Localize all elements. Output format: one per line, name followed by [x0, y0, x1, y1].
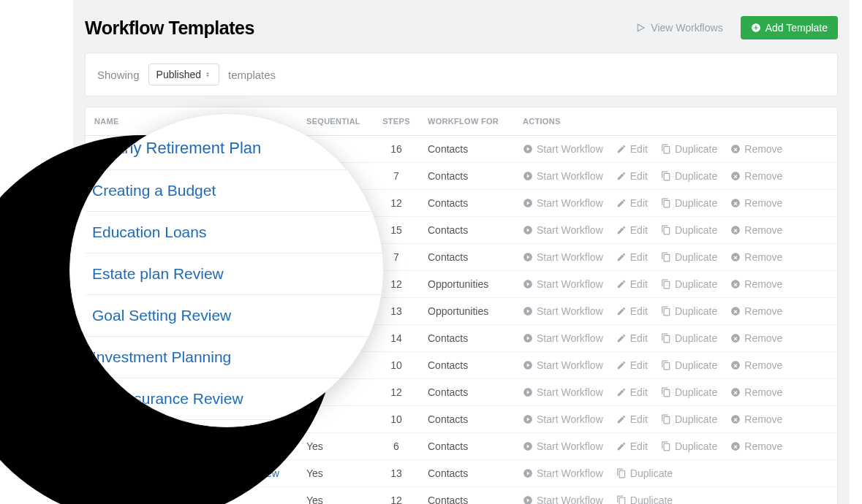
duplicate-action[interactable]: Duplicate — [616, 495, 673, 504]
edit-action[interactable]: Edit — [616, 440, 648, 452]
edit-action[interactable]: Edit — [616, 332, 648, 344]
edit-action[interactable]: Edit — [616, 143, 648, 155]
magnified-template-link[interactable]: Creating a Budget — [86, 170, 383, 212]
steps-cell: 14 — [374, 325, 419, 352]
page-title: Workflow Templates — [85, 18, 254, 39]
edit-action[interactable]: Edit — [616, 251, 648, 263]
magnified-template-link[interactable]: Goal Setting Review — [86, 295, 383, 337]
edit-action-label: Edit — [630, 305, 648, 317]
workflow-for-cell: Opportunities — [419, 271, 514, 298]
view-workflows-label: View Workflows — [651, 22, 722, 34]
duplicate-action-icon — [661, 279, 671, 289]
edit-action[interactable]: Edit — [616, 170, 648, 182]
duplicate-action[interactable]: Duplicate — [616, 467, 673, 479]
magnified-template-link[interactable]: Investment Planning — [86, 337, 383, 378]
workflow-for-cell: Contacts — [419, 433, 514, 460]
start-workflow-action[interactable]: Start Workflow — [523, 359, 603, 371]
start-workflow-action-label: Start Workflow — [537, 386, 603, 398]
start-workflow-action[interactable]: Start Workflow — [523, 224, 603, 236]
duplicate-action[interactable]: Duplicate — [661, 143, 717, 155]
duplicate-action-label: Duplicate — [630, 467, 673, 479]
remove-action[interactable]: Remove — [730, 197, 782, 209]
start-workflow-action[interactable]: Start Workflow — [523, 495, 603, 504]
duplicate-action[interactable]: Duplicate — [661, 386, 717, 398]
remove-action[interactable]: Remove — [730, 305, 782, 317]
start-workflow-action-label: Start Workflow — [537, 440, 603, 452]
edit-action-icon — [616, 360, 627, 370]
edit-action[interactable]: Edit — [616, 224, 648, 236]
remove-action[interactable]: Remove — [730, 359, 782, 371]
play-icon — [636, 23, 646, 33]
duplicate-action-icon — [661, 387, 671, 397]
start-workflow-action[interactable]: Start Workflow — [523, 386, 603, 398]
remove-action[interactable]: Remove — [730, 440, 782, 452]
duplicate-action-label: Duplicate — [675, 278, 717, 290]
duplicate-action-label: Duplicate — [675, 224, 717, 236]
duplicate-action[interactable]: Duplicate — [661, 413, 717, 425]
start-workflow-action[interactable]: Start Workflow — [523, 143, 603, 155]
duplicate-action-label: Duplicate — [675, 305, 717, 317]
add-template-label: Add Template — [765, 22, 828, 34]
duplicate-action[interactable]: Duplicate — [661, 170, 717, 182]
duplicate-action[interactable]: Duplicate — [661, 332, 717, 344]
edit-action[interactable]: Edit — [616, 278, 648, 290]
steps-cell: 12 — [374, 190, 419, 217]
remove-action-icon — [730, 198, 741, 208]
duplicate-action[interactable]: Duplicate — [661, 359, 717, 371]
edit-action-label: Edit — [630, 413, 648, 425]
edit-action[interactable]: Edit — [616, 305, 648, 317]
start-workflow-action-label: Start Workflow — [537, 251, 603, 263]
start-workflow-action[interactable]: Start Workflow — [523, 440, 603, 452]
start-workflow-action-icon — [523, 306, 533, 316]
duplicate-action-label: Duplicate — [675, 143, 717, 155]
duplicate-action[interactable]: Duplicate — [661, 251, 717, 263]
remove-action-label: Remove — [744, 440, 782, 452]
remove-action[interactable]: Remove — [730, 332, 782, 344]
status-select[interactable]: Published — [148, 64, 220, 85]
start-workflow-action-label: Start Workflow — [537, 143, 603, 155]
start-workflow-action[interactable]: Start Workflow — [523, 467, 603, 479]
edit-action[interactable]: Edit — [616, 197, 648, 209]
duplicate-action-label: Duplicate — [675, 197, 717, 209]
duplicate-action[interactable]: Duplicate — [661, 278, 717, 290]
status-select-value: Published — [156, 69, 202, 80]
start-workflow-action[interactable]: Start Workflow — [523, 278, 603, 290]
edit-action-label: Edit — [630, 251, 648, 263]
remove-action[interactable]: Remove — [730, 170, 782, 182]
sequential-cell: Yes — [298, 460, 374, 487]
edit-action[interactable]: Edit — [616, 413, 648, 425]
remove-action[interactable]: Remove — [730, 413, 782, 425]
steps-cell: 6 — [374, 433, 419, 460]
remove-action[interactable]: Remove — [730, 386, 782, 398]
start-workflow-action-icon — [523, 441, 533, 451]
start-workflow-action[interactable]: Start Workflow — [523, 413, 603, 425]
view-workflows-button[interactable]: View Workflows — [626, 16, 733, 39]
duplicate-action[interactable]: Duplicate — [661, 224, 717, 236]
duplicate-action[interactable]: Duplicate — [661, 440, 717, 452]
magnified-template-link[interactable]: Estate plan Review — [86, 253, 383, 295]
start-workflow-action[interactable]: Start Workflow — [523, 170, 603, 182]
duplicate-action[interactable]: Duplicate — [661, 197, 717, 209]
edit-action[interactable]: Edit — [616, 386, 648, 398]
remove-action[interactable]: Remove — [730, 251, 782, 263]
add-template-button[interactable]: Add Template — [741, 16, 838, 39]
edit-action[interactable]: Edit — [616, 359, 648, 371]
remove-action[interactable]: Remove — [730, 224, 782, 236]
start-workflow-action-label: Start Workflow — [537, 467, 603, 479]
start-workflow-action-label: Start Workflow — [537, 305, 603, 317]
duplicate-action-label: Duplicate — [675, 359, 717, 371]
start-workflow-action[interactable]: Start Workflow — [523, 332, 603, 344]
remove-action-label: Remove — [744, 224, 782, 236]
remove-action-icon — [730, 279, 741, 289]
duplicate-action[interactable]: Duplicate — [661, 305, 717, 317]
start-workflow-action[interactable]: Start Workflow — [523, 305, 603, 317]
start-workflow-action[interactable]: Start Workflow — [523, 197, 603, 209]
workflow-for-cell: Contacts — [419, 460, 514, 487]
remove-action[interactable]: Remove — [730, 143, 782, 155]
edit-action-icon — [616, 198, 627, 208]
start-workflow-action-label: Start Workflow — [537, 359, 603, 371]
magnified-template-link[interactable]: Education Loans — [86, 212, 383, 253]
start-workflow-action-icon — [523, 495, 533, 504]
start-workflow-action[interactable]: Start Workflow — [523, 251, 603, 263]
remove-action[interactable]: Remove — [730, 278, 782, 290]
